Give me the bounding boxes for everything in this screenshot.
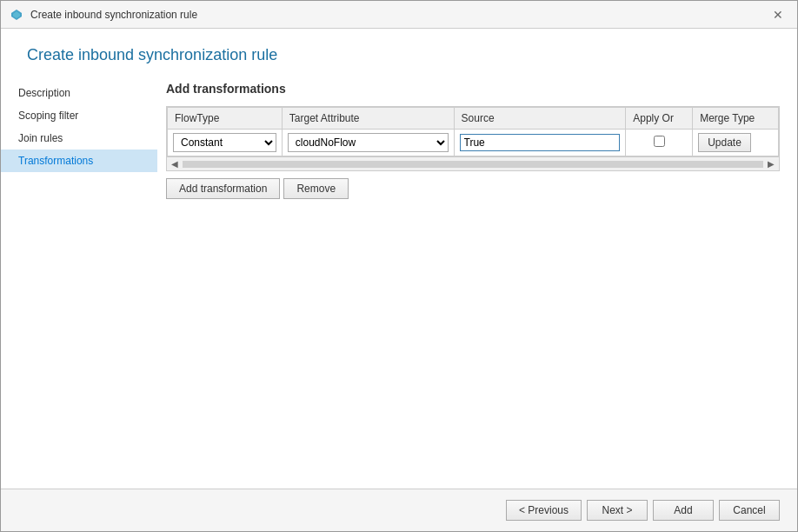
next-button[interactable]: Next >: [587, 500, 648, 521]
source-cell: [454, 130, 626, 156]
main-content: Add transformations FlowType Target Attr…: [157, 73, 797, 489]
horizontal-scrollbar[interactable]: ◀ ▶: [167, 156, 779, 170]
transformation-buttons: Add transformation Remove: [166, 178, 780, 199]
header-source: Source: [454, 108, 626, 130]
target-attribute-select[interactable]: cloudNoFlow: [288, 133, 449, 152]
title-bar-text: Create inbound synchronization rule: [30, 9, 197, 21]
sidebar-item-transformations[interactable]: Transformations: [1, 150, 157, 172]
merge-type-button[interactable]: Update: [698, 133, 751, 152]
footer: < Previous Next > Add Cancel: [1, 489, 797, 531]
flowtype-select[interactable]: Constant Direct Expression: [173, 133, 276, 152]
previous-button[interactable]: < Previous: [506, 500, 582, 521]
sidebar-item-description[interactable]: Description: [1, 82, 157, 104]
transformations-table: FlowType Target Attribute Source Apply O…: [167, 107, 779, 156]
add-transformation-button[interactable]: Add transformation: [166, 178, 280, 199]
apply-or-cell: [626, 130, 693, 156]
flowtype-cell: Constant Direct Expression: [168, 130, 283, 156]
app-icon: [10, 8, 23, 22]
content-area: Description Scoping filter Join rules Tr…: [1, 73, 797, 489]
header-apply-or: Apply Or: [626, 108, 693, 130]
header-target: Target Attribute: [282, 108, 454, 130]
apply-or-checkbox[interactable]: [654, 136, 665, 147]
scroll-left-arrow[interactable]: ◀: [169, 159, 181, 169]
page-title: Create inbound synchronization rule: [1, 29, 797, 73]
merge-type-cell: Update: [693, 130, 779, 156]
main-window: Create inbound synchronization rule ✕ Cr…: [0, 0, 798, 532]
source-input[interactable]: [460, 134, 621, 151]
table-row: Constant Direct Expression cloudNoFlow: [168, 130, 779, 156]
remove-button[interactable]: Remove: [283, 178, 349, 199]
window-body: Create inbound synchronization rule Desc…: [1, 29, 797, 531]
title-bar-left: Create inbound synchronization rule: [10, 8, 197, 22]
target-attribute-cell: cloudNoFlow: [282, 130, 454, 156]
sidebar: Description Scoping filter Join rules Tr…: [1, 73, 157, 489]
add-button[interactable]: Add: [653, 500, 714, 521]
scroll-right-arrow[interactable]: ▶: [765, 159, 777, 169]
header-merge-type: Merge Type: [693, 108, 779, 130]
section-title: Add transformations: [166, 82, 780, 96]
header-flowtype: FlowType: [168, 108, 283, 130]
scroll-track[interactable]: [183, 161, 763, 168]
sidebar-item-scoping-filter[interactable]: Scoping filter: [1, 104, 157, 127]
close-button[interactable]: ✕: [768, 7, 788, 23]
title-bar: Create inbound synchronization rule ✕: [1, 1, 797, 29]
cancel-button[interactable]: Cancel: [719, 500, 780, 521]
sidebar-item-join-rules[interactable]: Join rules: [1, 127, 157, 150]
transformations-table-container: FlowType Target Attribute Source Apply O…: [166, 106, 780, 171]
